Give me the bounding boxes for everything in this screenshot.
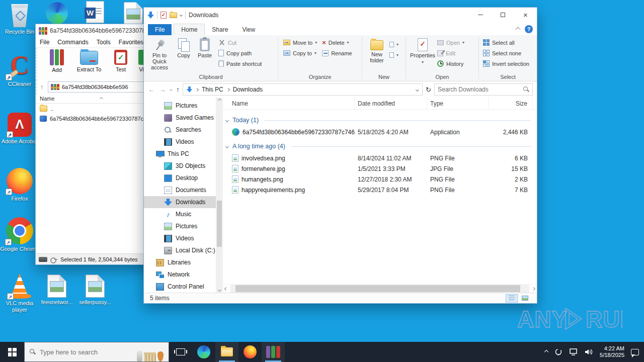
nav-network[interactable]: Network — [144, 268, 223, 281]
desktop-icon-recycle-bin[interactable]: Recycle Bin — [0, 4, 39, 35]
column-date-modified[interactable]: Date modified — [355, 98, 427, 109]
qat-dropdown-icon[interactable] — [180, 14, 183, 17]
taskbar-winrar[interactable] — [262, 342, 285, 362]
delete-button[interactable]: ×Delete▾ — [322, 37, 352, 48]
search-box[interactable] — [434, 83, 533, 96]
winrar-add-button[interactable]: Add — [44, 49, 69, 73]
up-folder-icon[interactable]: ↑ — [40, 83, 44, 91]
copy-path-button[interactable]: Copy path — [218, 48, 262, 58]
nav-local-disk-c[interactable]: Local Disk (C:) — [144, 244, 223, 256]
desktop-icon-google-chrome[interactable]: ↗ Google Chrome — [0, 217, 39, 252]
desktop-icon-feesnetwor[interactable]: feesnetwor... — [37, 275, 76, 306]
nav-downloads[interactable]: Downloads — [144, 196, 223, 208]
update-tray-icon[interactable] — [554, 348, 562, 356]
taskbar-search-input[interactable] — [40, 348, 133, 356]
desktop-icon-adobe-acrobat[interactable]: Λ↗ Adobe Acrobat — [0, 113, 39, 145]
scrollbar-thumb[interactable] — [235, 285, 520, 292]
nav-control-panel[interactable]: Control Panel — [144, 281, 223, 293]
tab-view[interactable]: View — [235, 24, 262, 35]
copy-to-button[interactable]: Copy to▾ — [283, 48, 317, 58]
nav-music[interactable]: ♪Music — [144, 208, 223, 220]
nav-pictures[interactable]: Pictures — [144, 100, 223, 112]
refresh-icon[interactable]: ↻ — [426, 86, 431, 94]
close-button[interactable]: × — [514, 8, 537, 22]
scroll-right-icon[interactable] — [532, 287, 535, 290]
paste-button[interactable]: Paste — [194, 37, 215, 58]
crumb-this-pc[interactable]: This PC — [202, 86, 223, 93]
details-view-button[interactable] — [506, 294, 518, 303]
column-size[interactable]: Size — [489, 98, 533, 109]
rename-button[interactable]: Rename — [322, 48, 352, 58]
start-button[interactable] — [0, 342, 24, 362]
desktop-icon-sellerpussy[interactable]: sellerpussy... — [75, 275, 115, 306]
move-to-button[interactable]: Move to▾ — [283, 37, 317, 48]
menu-favorites[interactable]: Favorites — [119, 39, 143, 46]
winrar-extract-button[interactable]: Extract To — [69, 49, 109, 72]
menu-commands[interactable]: Commands — [57, 39, 88, 46]
new-folder-button[interactable]: New folder — [364, 37, 389, 63]
easy-access-button[interactable]: ▾ — [389, 50, 398, 60]
invert-selection-button[interactable]: Invert selection — [483, 58, 529, 69]
nav-this-pc[interactable]: This PC — [144, 148, 223, 160]
nav-3d-objects[interactable]: 3D Objects — [144, 160, 223, 172]
recent-locations-icon[interactable] — [170, 88, 173, 91]
taskbar-clock[interactable]: 4:22 AM 5/18/2025 — [600, 345, 624, 358]
scroll-left-icon[interactable] — [224, 287, 228, 290]
crumb-downloads[interactable]: Downloads — [233, 86, 263, 93]
file-row-formerwhere[interactable]: formerwhere.jpg 1/5/2021 3:33 PM JPG Fil… — [223, 163, 537, 174]
volume-tray-icon[interactable] — [585, 348, 593, 355]
properties-button[interactable]: Properties ▾ — [408, 37, 437, 65]
group-header-long-ago[interactable]: A long time ago (4) — [223, 140, 537, 153]
desktop-icon-ccleaner[interactable]: C↗ CCleaner — [0, 53, 39, 87]
paste-shortcut-button[interactable]: Paste shortcut — [218, 58, 262, 69]
open-button[interactable]: Open▾ — [437, 37, 464, 48]
back-icon[interactable]: ← — [148, 85, 155, 94]
maximize-button[interactable] — [492, 8, 514, 22]
new-item-button[interactable]: ▾ — [389, 39, 398, 50]
cut-button[interactable]: Cut — [218, 37, 262, 48]
horizontal-scrollbar[interactable] — [223, 284, 537, 293]
nav-scrollbar[interactable] — [216, 98, 223, 293]
edit-button[interactable]: Edit — [437, 48, 464, 58]
menu-file[interactable]: File — [40, 39, 49, 46]
column-name[interactable]: Name — [223, 98, 355, 109]
tray-chevron-icon[interactable] — [544, 350, 548, 354]
history-button[interactable]: History — [437, 58, 464, 69]
select-all-button[interactable]: Select all — [483, 37, 529, 48]
nav-documents[interactable]: Documents — [144, 184, 223, 196]
qat-properties-icon[interactable]: ✓ — [160, 12, 167, 19]
taskbar-file-explorer[interactable] — [215, 342, 238, 362]
taskbar-edge[interactable] — [192, 342, 215, 362]
scroll-down-icon[interactable] — [217, 288, 221, 292]
tab-home[interactable]: Home — [174, 24, 205, 35]
file-row-application[interactable]: 6a754fd38b06364bb6e59672330787c746e... 5… — [223, 127, 537, 137]
explorer-titlebar[interactable]: ✓ Downloads × — [144, 8, 537, 23]
nav-videos[interactable]: Videos — [144, 136, 223, 148]
file-row-happyrequirements[interactable]: happyrequirements.png 5/29/2017 8:04 PM … — [223, 185, 537, 195]
thumbnails-view-button[interactable] — [519, 294, 531, 303]
search-highlights[interactable] — [137, 342, 164, 361]
nav-pictures-2[interactable]: Pictures — [144, 220, 223, 232]
desktop-icon-vlc[interactable]: ↗ VLC media player — [0, 274, 39, 313]
scroll-up-icon[interactable] — [217, 99, 221, 102]
desktop-icon-edge[interactable] — [37, 2, 76, 26]
nav-saved-games[interactable]: Saved Games — [144, 112, 223, 124]
nav-searches[interactable]: Searches — [144, 124, 223, 136]
network-tray-icon[interactable] — [569, 348, 578, 355]
collapse-ribbon-icon[interactable] — [516, 27, 521, 32]
file-row-humangets[interactable]: humangets.png 12/27/2018 2:30 AM PNG Fil… — [223, 174, 537, 185]
search-input[interactable] — [438, 86, 523, 93]
desktop-icon-firefox[interactable]: ↗ Firefox — [0, 168, 39, 202]
forward-icon[interactable]: → — [159, 85, 166, 94]
pin-to-quick-access-button[interactable]: Pin to Quick access — [146, 37, 173, 70]
tab-share[interactable]: Share — [205, 24, 235, 35]
select-none-button[interactable]: Select none — [483, 48, 529, 58]
breadcrumb[interactable]: This PC Downloads — [183, 83, 423, 96]
file-row-involvedsea[interactable]: involvedsea.png 8/14/2024 11:02 AM PNG F… — [223, 153, 537, 163]
qat-new-folder-icon[interactable] — [170, 13, 177, 18]
menu-tools[interactable]: Tools — [97, 39, 111, 46]
scrollbar-thumb[interactable] — [217, 201, 222, 247]
taskbar-firefox[interactable] — [238, 342, 262, 362]
column-type[interactable]: Type — [427, 98, 489, 109]
winrar-test-button[interactable]: Test — [109, 49, 133, 72]
